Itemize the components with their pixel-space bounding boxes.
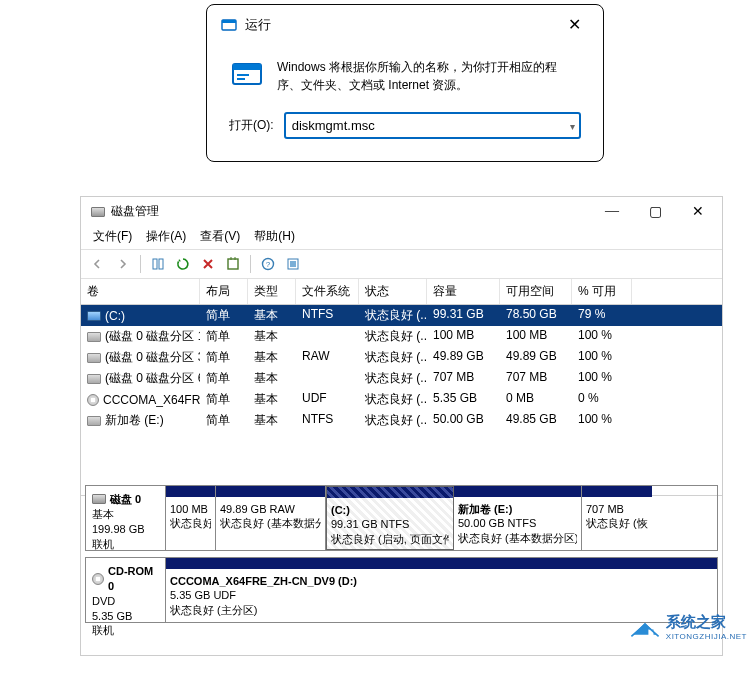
menu-help[interactable]: 帮助(H) bbox=[254, 228, 295, 245]
cdrom-0-row[interactable]: CD-ROM 0 DVD 5.35 GB 联机 CCCOMA_X64FRE_ZH… bbox=[85, 557, 718, 623]
disk-management-window: 磁盘管理 — ▢ ✕ 文件(F) 操作(A) 查看(V) 帮助(H) ? 卷 布… bbox=[80, 196, 723, 656]
volume-type: 基本 bbox=[248, 368, 296, 389]
run-open-label: 打开(O): bbox=[229, 117, 274, 134]
run-input[interactable] bbox=[284, 112, 581, 139]
run-input-row: 打开(O): ▾ bbox=[207, 102, 603, 159]
disc-icon bbox=[92, 573, 104, 585]
disk-partition[interactable]: 707 MB状态良好 (恢复 bbox=[582, 486, 652, 550]
disk-graphical-view: 磁盘 0 基本 199.98 GB 联机 100 MB状态良好49.89 GB … bbox=[81, 481, 722, 655]
menu-view[interactable]: 查看(V) bbox=[200, 228, 240, 245]
dropdown-chevron-icon[interactable]: ▾ bbox=[570, 120, 575, 131]
disk-0-row[interactable]: 磁盘 0 基本 199.98 GB 联机 100 MB状态良好49.89 GB … bbox=[85, 485, 718, 551]
menu-file[interactable]: 文件(F) bbox=[93, 228, 132, 245]
volume-free: 49.85 GB bbox=[500, 410, 572, 431]
refresh-icon-button[interactable] bbox=[172, 253, 194, 275]
disk-partition[interactable]: (C:)99.31 GB NTFS状态良好 (启动, 页面文件, bbox=[326, 486, 454, 550]
back-button[interactable] bbox=[87, 253, 109, 275]
close-button[interactable]: ✕ bbox=[560, 13, 589, 36]
volume-row[interactable]: (磁盘 0 磁盘分区 1)简单基本状态良好 (...100 MB100 MB10… bbox=[81, 326, 722, 347]
volume-row[interactable]: (磁盘 0 磁盘分区 3)简单基本RAW状态良好 (...49.89 GB49.… bbox=[81, 347, 722, 368]
volume-filesystem: NTFS bbox=[296, 410, 359, 431]
volume-layout: 简单 bbox=[200, 368, 248, 389]
disk-management-icon bbox=[91, 207, 105, 217]
col-capacity[interactable]: 容量 bbox=[427, 279, 500, 304]
dm-title: 磁盘管理 bbox=[111, 203, 159, 220]
volume-row[interactable]: (磁盘 0 磁盘分区 6)简单基本状态良好 (...707 MB707 MB10… bbox=[81, 368, 722, 389]
volume-name: (磁盘 0 磁盘分区 3) bbox=[105, 349, 200, 366]
disk-partition[interactable]: 49.89 GB RAW状态良好 (基本数据分区) bbox=[216, 486, 326, 550]
col-free[interactable]: 可用空间 bbox=[500, 279, 572, 304]
partition-size: 49.89 GB RAW bbox=[220, 502, 321, 516]
volume-row[interactable]: CCCOMA_X64FR...简单基本UDF状态良好 (...5.35 GB0 … bbox=[81, 389, 722, 410]
run-input-wrap: ▾ bbox=[284, 112, 581, 139]
col-status[interactable]: 状态 bbox=[359, 279, 427, 304]
volume-capacity: 49.89 GB bbox=[427, 347, 500, 368]
volume-layout: 简单 bbox=[200, 410, 248, 431]
volume-name: CCCOMA_X64FR... bbox=[103, 393, 200, 407]
col-volume[interactable]: 卷 bbox=[81, 279, 200, 304]
run-dialog: 运行 ✕ Windows 将根据你所输入的名称，为你打开相应的程序、文件夹、文档… bbox=[206, 4, 604, 162]
run-description: Windows 将根据你所输入的名称，为你打开相应的程序、文件夹、文档或 Int… bbox=[277, 58, 579, 94]
volume-capacity: 99.31 GB bbox=[427, 305, 500, 326]
volume-filesystem bbox=[296, 368, 359, 389]
drive-icon bbox=[87, 311, 101, 321]
volume-free: 49.89 GB bbox=[500, 347, 572, 368]
forward-button[interactable] bbox=[112, 253, 134, 275]
volume-free: 0 MB bbox=[500, 389, 572, 410]
volume-percent: 100 % bbox=[572, 347, 632, 368]
drive-icon bbox=[87, 353, 101, 363]
properties-button[interactable] bbox=[222, 253, 244, 275]
col-type[interactable]: 类型 bbox=[248, 279, 296, 304]
col-layout[interactable]: 布局 bbox=[200, 279, 248, 304]
col-filesystem[interactable]: 文件系统 bbox=[296, 279, 359, 304]
watermark-subtext: XITONGZHIJIA.NET bbox=[666, 632, 747, 641]
volume-capacity: 50.00 GB bbox=[427, 410, 500, 431]
disk-0-size: 199.98 GB bbox=[92, 522, 159, 537]
delete-button[interactable] bbox=[197, 253, 219, 275]
disk-0-partitions: 100 MB状态良好49.89 GB RAW状态良好 (基本数据分区)(C:)9… bbox=[166, 486, 717, 550]
watermark-text: 系统之家 bbox=[666, 613, 747, 632]
volume-status: 状态良好 (... bbox=[359, 305, 427, 326]
maximize-button[interactable]: ▢ bbox=[641, 203, 670, 220]
volume-layout: 简单 bbox=[200, 326, 248, 347]
volume-percent: 100 % bbox=[572, 368, 632, 389]
cdrom-0-size: 5.35 GB bbox=[92, 609, 159, 624]
volume-type: 基本 bbox=[248, 410, 296, 431]
partition-size: 50.00 GB NTFS bbox=[458, 516, 577, 530]
drive-icon bbox=[87, 374, 101, 384]
disk-partition[interactable]: 新加卷 (E:)50.00 GB NTFS状态良好 (基本数据分区) bbox=[454, 486, 582, 550]
disk-icon bbox=[92, 494, 106, 504]
settings-button[interactable] bbox=[282, 253, 304, 275]
partition-status: 状态良好 (恢复 bbox=[586, 516, 648, 530]
refresh-button[interactable] bbox=[147, 253, 169, 275]
menubar: 文件(F) 操作(A) 查看(V) 帮助(H) bbox=[81, 226, 722, 250]
svg-rect-8 bbox=[228, 259, 238, 269]
cdrom-0-name: CD-ROM 0 bbox=[108, 564, 159, 594]
volume-filesystem: UDF bbox=[296, 389, 359, 410]
volume-type: 基本 bbox=[248, 326, 296, 347]
partition-status: 状态良好 (基本数据分区) bbox=[220, 516, 321, 530]
col-percent[interactable]: % 可用 bbox=[572, 279, 632, 304]
volume-status: 状态良好 (... bbox=[359, 389, 427, 410]
help-button[interactable]: ? bbox=[257, 253, 279, 275]
volume-status: 状态良好 (... bbox=[359, 410, 427, 431]
close-button[interactable]: ✕ bbox=[684, 203, 712, 220]
partition-name: CCCOMA_X64FRE_ZH-CN_DV9 (D:) bbox=[170, 574, 713, 588]
svg-rect-4 bbox=[237, 74, 249, 76]
volume-percent: 100 % bbox=[572, 410, 632, 431]
menu-action[interactable]: 操作(A) bbox=[146, 228, 186, 245]
volume-name: (磁盘 0 磁盘分区 1) bbox=[105, 328, 200, 345]
partition-size: 100 MB bbox=[170, 502, 211, 516]
volume-row[interactable]: (C:)简单基本NTFS状态良好 (...99.31 GB78.50 GB79 … bbox=[81, 305, 722, 326]
cdrom-0-type: DVD bbox=[92, 594, 159, 609]
cdrom-0-label: CD-ROM 0 DVD 5.35 GB 联机 bbox=[86, 558, 166, 622]
volume-list-body[interactable]: (C:)简单基本NTFS状态良好 (...99.31 GB78.50 GB79 … bbox=[81, 305, 722, 495]
disk-partition[interactable]: 100 MB状态良好 bbox=[166, 486, 216, 550]
volume-capacity: 5.35 GB bbox=[427, 389, 500, 410]
svg-rect-12 bbox=[290, 261, 296, 267]
volume-row[interactable]: 新加卷 (E:)简单基本NTFS状态良好 (...50.00 GB49.85 G… bbox=[81, 410, 722, 431]
minimize-button[interactable]: — bbox=[597, 203, 627, 220]
disk-0-label: 磁盘 0 基本 199.98 GB 联机 bbox=[86, 486, 166, 550]
svg-rect-5 bbox=[237, 78, 245, 80]
partition-status: 状态良好 bbox=[170, 516, 211, 530]
